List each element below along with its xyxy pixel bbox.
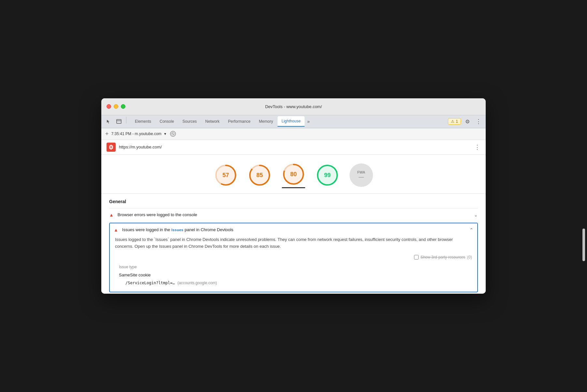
- add-tab-button[interactable]: +: [105, 131, 109, 137]
- svg-rect-4: [110, 147, 112, 147]
- warning-triangle-icon: ▲: [109, 212, 114, 217]
- timestamp-label: 7:35:41 PM - m.youtube.com: [111, 132, 162, 136]
- dock-icon[interactable]: [114, 117, 123, 126]
- third-party-row: Show 3rd-party resources (0): [115, 255, 472, 259]
- tab-network[interactable]: Network: [201, 116, 223, 127]
- more-options-button[interactable]: ⋮: [474, 117, 483, 126]
- third-party-checkbox[interactable]: Show 3rd-party resources (0): [414, 255, 472, 259]
- devtools-window: DevTools - www.youtube.com/ Elements Con…: [101, 98, 486, 294]
- score-seo[interactable]: 99: [316, 163, 339, 187]
- score-85-value: 85: [256, 172, 263, 179]
- scores-section: 57 85: [101, 155, 486, 188]
- svg-rect-5: [110, 147, 112, 148]
- urlbar: https://m.youtube.com/ ⋮: [101, 140, 486, 155]
- issue-url-row: /ServiceLogin?ltmpl=… (accounts.google.c…: [115, 279, 472, 287]
- no-throttle-icon: [170, 131, 176, 137]
- chevron-down-icon: ⌄: [474, 212, 478, 217]
- tabbar: Elements Console Sources Network Perform…: [101, 115, 486, 128]
- issues-link[interactable]: Issues: [171, 228, 183, 232]
- titlebar: DevTools - www.youtube.com/: [101, 98, 486, 115]
- tab-more-button[interactable]: »: [305, 118, 312, 125]
- maximize-button[interactable]: [121, 104, 125, 109]
- chevron-up-icon: ⌄: [469, 227, 473, 232]
- third-party-count: (0): [467, 255, 472, 259]
- score-80-value: 80: [290, 171, 297, 177]
- url-more-button[interactable]: ⋮: [474, 144, 480, 151]
- score-accessibility[interactable]: 85: [248, 163, 271, 187]
- lighthouse-favicon: [107, 143, 116, 152]
- issue-category: SameSite cookie: [115, 271, 472, 279]
- tab-memory[interactable]: Memory: [255, 116, 277, 127]
- warning-triangle-icon: ⚠: [451, 119, 454, 124]
- score-fwa[interactable]: FWA —: [350, 163, 373, 187]
- general-section: General ▲ Browser errors were logged to …: [101, 194, 486, 294]
- gear-icon: ⚙: [465, 119, 470, 125]
- audit-issues-expanded: ▲ Issues were logged in the Issues panel…: [109, 223, 478, 293]
- infobar: + 7:35:41 PM - m.youtube.com ▾: [101, 128, 486, 140]
- close-button[interactable]: [107, 104, 111, 109]
- audit-issues-title: Issues were logged in the Issues panel i…: [122, 227, 469, 232]
- third-party-input[interactable]: [414, 255, 419, 259]
- tab-lighthouse[interactable]: Lighthouse: [278, 116, 305, 127]
- audit-browser-errors[interactable]: ▲ Browser errors were logged to the cons…: [109, 208, 478, 221]
- main-content: https://m.youtube.com/ ⋮ 57: [101, 140, 486, 294]
- url-dropdown[interactable]: ▾: [164, 132, 166, 136]
- svg-rect-0: [117, 119, 121, 123]
- tab-sources[interactable]: Sources: [179, 116, 201, 127]
- tab-elements[interactable]: Elements: [131, 116, 155, 127]
- audit-issues-header[interactable]: ▲ Issues were logged in the Issues panel…: [110, 223, 477, 236]
- tab-divider: [126, 117, 126, 123]
- warning-count: 1: [456, 119, 458, 124]
- tabbar-icons: [104, 117, 128, 126]
- score-performance[interactable]: 57: [214, 163, 237, 187]
- score-57-value: 57: [222, 172, 229, 179]
- warning-badge[interactable]: ⚠ 1: [448, 118, 461, 125]
- issue-url[interactable]: /ServiceLogin?ltmpl=…: [125, 281, 175, 285]
- settings-button[interactable]: ⚙: [463, 117, 472, 126]
- score-best-practices[interactable]: 80: [282, 162, 305, 186]
- fwa-dash: —: [359, 174, 364, 180]
- warning-triangle-icon-2: ▲: [114, 227, 118, 232]
- general-title: General: [109, 199, 478, 204]
- fwa-label: FWA: [357, 170, 365, 174]
- tab-console[interactable]: Console: [156, 116, 178, 127]
- more-vertical-icon: ⋮: [476, 118, 481, 125]
- tabbar-right: ⚠ 1 ⚙ ⋮: [448, 117, 483, 126]
- tab-performance[interactable]: Performance: [224, 116, 254, 127]
- page-url: https://m.youtube.com/: [119, 145, 162, 149]
- cursor-icon[interactable]: [104, 117, 113, 126]
- minimize-button[interactable]: [114, 104, 118, 109]
- third-party-label: Show 3rd-party resources: [421, 255, 465, 259]
- score-99-value: 99: [324, 172, 331, 179]
- audit-browser-errors-title: Browser errors were logged to the consol…: [118, 212, 474, 217]
- window-title: DevTools - www.youtube.com/: [265, 104, 322, 109]
- audit-description: Issues logged to the `Issues` panel in C…: [115, 236, 472, 250]
- svg-line-3: [172, 133, 174, 135]
- traffic-lights: [107, 104, 125, 109]
- issue-table: Issue type SameSite cookie /ServiceLogin…: [115, 263, 472, 287]
- audit-issues-body: Issues logged to the `Issues` panel in C…: [110, 236, 477, 292]
- issue-type-header: Issue type: [115, 263, 472, 271]
- issue-domain: (accounts.google.com): [178, 281, 217, 285]
